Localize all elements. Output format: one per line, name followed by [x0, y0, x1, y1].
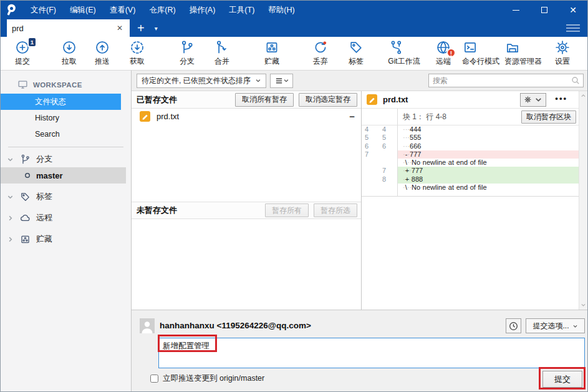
toolbar-settings-button[interactable]: 设置 [554, 39, 571, 67]
stage-all-button[interactable]: 暂存所有 [265, 203, 309, 217]
commit-panel: hanhanhanxu <1195264226@qq.com> 提交选项... … [132, 310, 587, 392]
terminal-icon [462, 39, 499, 56]
commit-options-dropdown[interactable]: 提交选项... [526, 318, 585, 333]
chevron-down-icon [283, 77, 289, 84]
sort-dropdown-label: 待定的文件, 已依照文件状态排序 [142, 76, 255, 86]
commit-message-input[interactable]: 新增配置管理 [158, 338, 585, 368]
stash-icon [19, 233, 31, 245]
diff-options-button[interactable] [520, 93, 546, 107]
tag-icon [348, 39, 364, 56]
minimize-icon[interactable] [501, 1, 530, 19]
toolbar-fetch-button[interactable]: 获取 [129, 39, 145, 67]
maximize-icon[interactable] [530, 1, 559, 19]
file-filter-bar: 待定的文件, 已依照文件状态排序 [132, 71, 587, 91]
commit-button[interactable]: 提交 [542, 371, 582, 388]
sidebar-section-branches[interactable]: 分支 [1, 151, 131, 167]
diff-line[interactable]: 4 4 ···444 [362, 125, 579, 134]
gear-icon [524, 96, 532, 104]
toolbar-merge-button[interactable]: 合并 [214, 39, 230, 67]
hamburger-menu-icon[interactable] [566, 24, 580, 32]
hunk-header: 块 1： 行 4-8 取消暂存区块 [362, 109, 579, 125]
diff-file-header: prd.txt ••• [362, 91, 579, 109]
more-options-icon[interactable]: ••• [555, 94, 567, 103]
staged-file-row[interactable]: prd.txt − [132, 109, 361, 124]
unstage-selected-button[interactable]: 取消选定暂存 [299, 93, 357, 107]
unstage-file-icon[interactable]: − [349, 111, 355, 122]
search-input[interactable] [429, 76, 571, 85]
toolbar-tag-button[interactable]: 标签 [348, 39, 364, 67]
view-options-dropdown[interactable] [270, 74, 293, 88]
tab-close-icon[interactable]: ✕ [115, 24, 125, 32]
sidebar-item-history[interactable]: History [1, 110, 121, 126]
menu-repository[interactable]: 仓库(R) [142, 1, 182, 19]
diff-hunk: 块 1： 行 4-8 取消暂存区块 4 4 ···4445 5 ···5556 … [362, 109, 579, 197]
sourcetree-logo-icon [6, 3, 17, 17]
close-icon[interactable]: ✕ [559, 1, 587, 19]
toolbar-discard-button[interactable]: 丢弃 [312, 39, 329, 67]
sidebar-section-remotes[interactable]: 远程 [1, 210, 131, 226]
toolbar-remote-button[interactable]: ! 远端 [435, 39, 451, 67]
unstaged-title: 未暂存文件 [137, 205, 265, 216]
menu-help[interactable]: 帮助(H) [261, 1, 301, 19]
toolbar-commit-button[interactable]: 1 提交 [14, 39, 31, 67]
pending-files-sort-dropdown[interactable]: 待定的文件, 已依照文件状态排序 [137, 74, 266, 88]
menu-view[interactable]: 查看(V) [103, 1, 143, 19]
diff-line[interactable]: ·\··No·newline·at·end·of·file [362, 159, 579, 167]
sidebar-divider [8, 147, 123, 147]
sidebar-item-search[interactable]: Search [1, 126, 121, 142]
sidebar-section-tags[interactable]: 标签 [1, 189, 131, 205]
scroll-down-icon[interactable] [581, 302, 586, 308]
sidebar-item-file-status[interactable]: 文件状态 [1, 94, 121, 110]
toolbar-terminal-button[interactable]: 命令行模式 [462, 39, 499, 67]
stage-selected-button[interactable]: 暂存所选 [314, 203, 357, 217]
new-tab-button[interactable]: + [137, 20, 145, 36]
branch-icon [19, 154, 31, 165]
gitflow-icon [388, 39, 420, 56]
modified-file-icon [367, 94, 377, 105]
tab-prd[interactable]: prd ✕ [7, 19, 130, 37]
toolbar: 1 提交 拉取 推送 获取 分支 合并 贮藏 丢弃 标签 G [1, 37, 587, 71]
unstaged-files-header: 未暂存文件 暂存所有 暂存所选 [132, 202, 361, 219]
menu-file[interactable]: 文件(F) [24, 1, 63, 19]
remote-alert-badge: ! [446, 48, 456, 57]
chevron-down-icon[interactable] [7, 194, 14, 200]
file-status-panel: 已暂存文件 取消所有暂存 取消选定暂存 prd.txt − 未暂存文件 暂存所有… [132, 91, 361, 310]
tab-dropdown-caret-icon[interactable]: ▾ [155, 25, 158, 32]
unstage-all-button[interactable]: 取消所有暂存 [235, 93, 294, 107]
toolbar-gitflow-button[interactable]: Git工作流 [388, 39, 420, 67]
diff-line[interactable]: 6 6 ···666 [362, 142, 579, 150]
cloud-icon [19, 212, 31, 224]
window-controls: ✕ [501, 1, 587, 19]
settings-icon [554, 39, 571, 56]
diff-line[interactable]: 5 5 ···555 [362, 134, 579, 142]
toolbar-stash-button[interactable]: 贮藏 [264, 39, 280, 67]
sidebar-branch-master[interactable]: master [1, 167, 126, 184]
toolbar-push-button[interactable]: 推送 [94, 39, 110, 67]
chevron-right-icon[interactable] [7, 215, 14, 222]
push-icon [94, 39, 110, 56]
chevron-down-icon[interactable] [7, 156, 14, 163]
unstage-hunk-button[interactable]: 取消暂存区块 [521, 110, 576, 124]
commit-history-button[interactable] [506, 318, 521, 333]
diff-line[interactable]: 7 ·-·777 [362, 150, 579, 159]
chevron-down-icon [534, 96, 542, 104]
diff-line[interactable]: ·\··No·newline·at·end·of·file [362, 184, 579, 192]
menu-edit[interactable]: 编辑(E) [63, 1, 103, 19]
staged-title: 已暂存文件 [137, 94, 235, 105]
menu-tools[interactable]: 工具(T) [222, 1, 261, 19]
scroll-up-icon[interactable] [581, 93, 586, 99]
workspace-label: WORKSPACE [33, 81, 82, 89]
chevron-right-icon[interactable] [7, 236, 14, 243]
push-immediately-checkbox[interactable] [150, 375, 158, 383]
remote-icon: ! [435, 39, 451, 56]
toolbar-pull-button[interactable]: 拉取 [61, 39, 77, 67]
sidebar-section-stashes[interactable]: 贮藏 [1, 231, 131, 247]
toolbar-branch-button[interactable]: 分支 [179, 39, 195, 67]
menu-actions[interactable]: 操作(A) [183, 1, 223, 19]
discard-icon [312, 39, 329, 56]
diff-scrollbar[interactable] [579, 91, 587, 310]
diff-line[interactable]: 8 ·+·888 [362, 175, 579, 184]
tab-bar: prd ✕ + ▾ [1, 19, 587, 37]
diff-line[interactable]: 7 ·+·777 [362, 167, 579, 175]
toolbar-explorer-button[interactable]: 资源管理器 [504, 39, 542, 67]
